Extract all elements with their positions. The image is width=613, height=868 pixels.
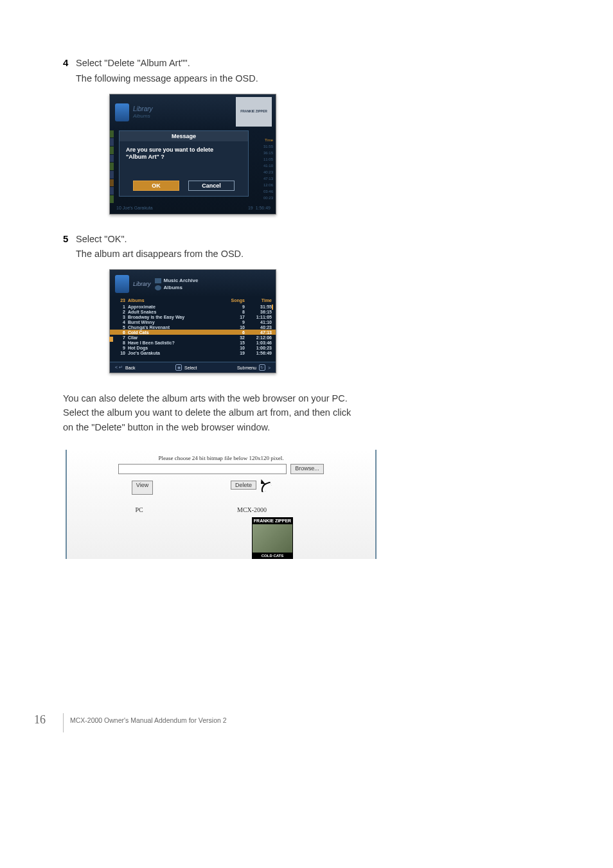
album-row[interactable]: 3Broadway is the Easy Way171:11:05: [110, 314, 276, 319]
osd-footer: < ↵Back ◉Select Submenu↻>: [110, 362, 276, 373]
submenu-icon: ↻: [259, 364, 265, 371]
album-row[interactable]: 9Hot Dogs101:00:23: [110, 345, 276, 350]
step-text: Select "Delete "Album Art"".: [76, 57, 190, 71]
step-number: 5: [63, 233, 76, 244]
file-path-input[interactable]: [118, 464, 287, 474]
library-icon: [115, 103, 129, 121]
play-marker-icon: [109, 337, 113, 342]
step-text: Select "OK".: [76, 233, 127, 247]
osd-album-list-screenshot: Library Music Archive Albums 23 Albums S…: [109, 269, 276, 373]
web-browser-screenshot: Please choose 24 bit bitmap file below 1…: [66, 450, 377, 559]
dialog-title: Message: [120, 131, 248, 141]
dialog-message: Are you sure you want to delete "Album A…: [120, 141, 248, 181]
step-number: 4: [63, 57, 76, 68]
step-subtext: The album art disappears from the OSD.: [76, 247, 568, 261]
cancel-button[interactable]: Cancel: [188, 181, 235, 191]
select-label: Select: [184, 366, 197, 370]
page-number: 16: [34, 713, 46, 727]
library-label: Library: [133, 105, 153, 113]
library-label: Library: [133, 281, 151, 288]
album-row[interactable]: 4Burnt Winny941:10: [110, 319, 276, 324]
album-row[interactable]: 5Chunga's Revenant1040:23: [110, 324, 276, 330]
time-column: Time 31:55 36:15 11:05 41:10 40:23 47:13…: [263, 137, 273, 201]
album-art-preview: FRANKIE ZIPPER COLD CATS: [252, 517, 293, 559]
bottom-row: 10 Joe's Garakuta 19 1:56:49: [116, 206, 271, 210]
album-row[interactable]: 10Joe's Garakuta191:56:49: [110, 350, 276, 355]
albums-label: Albums: [133, 113, 153, 120]
list-header: 23 Albums Songs Time: [110, 297, 276, 304]
view-button[interactable]: View: [132, 481, 153, 495]
archive-icon: [155, 278, 161, 283]
album-row[interactable]: 1Approximate931:55: [110, 304, 276, 309]
arrow-annotation: [259, 481, 278, 495]
mcx-label: MCX-2000: [205, 506, 369, 513]
pc-label: PC: [73, 506, 205, 513]
album-row[interactable]: 2Adult Snakes836:15: [110, 309, 276, 314]
scrollbar-indicator: [272, 305, 273, 310]
footer-text: MCX-2000 Owner's Manual Addendum for Ver…: [64, 713, 568, 724]
delete-button[interactable]: Delete: [231, 481, 256, 490]
album-row[interactable]: 8Have I Been Sadistic?151:03:46: [110, 340, 276, 345]
body-paragraph: You can also delete the album arts with …: [63, 391, 359, 434]
back-label: Back: [125, 366, 136, 370]
ok-button[interactable]: OK: [133, 181, 179, 191]
submenu-label: Submenu: [237, 366, 256, 370]
album-row[interactable]: 7Cllar322:12:06: [110, 335, 276, 340]
confirm-dialog: Message Are you sure you want to delete …: [119, 130, 249, 197]
web-instruction: Please choose 24 bit bitmap file below 1…: [73, 455, 369, 461]
album-row[interactable]: 6Cold Cats647:13: [110, 330, 276, 335]
browse-button[interactable]: Browse...: [290, 464, 324, 474]
disc-icon: [155, 285, 161, 290]
step-subtext: The following message appears in the OSD…: [76, 72, 568, 86]
select-icon: ◉: [175, 364, 182, 371]
osd-message-screenshot: Library Albums FRANKIE ZIPPER Time 31:55…: [109, 94, 276, 215]
album-art-thumbnail: FRANKIE ZIPPER: [236, 97, 272, 127]
library-icon: [115, 275, 129, 293]
